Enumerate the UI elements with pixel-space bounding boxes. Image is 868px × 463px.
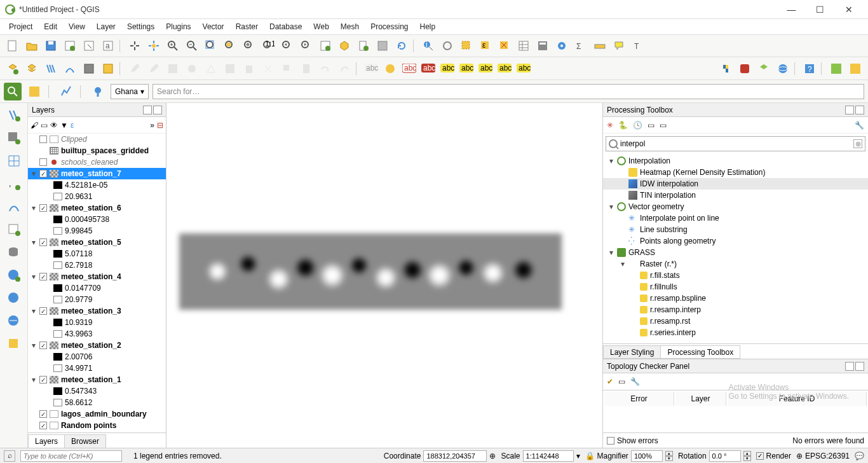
layer-row[interactable]: ▾✓meteo_station_5 [28, 237, 166, 248]
clear-search-icon[interactable]: ⊗ [853, 139, 862, 148]
coord-input[interactable] [423, 450, 487, 462]
layer-row[interactable]: ▾✓meteo_station_2 [28, 340, 166, 351]
add-mesh-icon[interactable] [4, 151, 24, 170]
layer-remove-icon[interactable]: ⊟ [157, 121, 163, 130]
add-feature-icon[interactable] [183, 60, 201, 78]
menu-settings[interactable]: Settings [122, 21, 159, 32]
search-input[interactable]: Search for… [153, 84, 864, 99]
label-yellow4-icon[interactable]: abc [496, 60, 513, 78]
show-errors-checkbox[interactable]: Show errors [607, 436, 658, 445]
vertex-tool-icon[interactable] [202, 60, 220, 78]
panel-close-icon[interactable] [855, 106, 864, 114]
redo-icon[interactable] [336, 60, 353, 78]
col-error[interactable]: Error [604, 392, 674, 406]
validate-extent-icon[interactable]: ▭ [618, 377, 625, 386]
new-3d-view-icon[interactable] [336, 37, 353, 55]
layer-row[interactable]: ▾✓meteo_station_7 [28, 168, 166, 179]
zoom-next-icon[interactable] [297, 37, 315, 55]
results-icon[interactable]: ▭ [648, 121, 654, 130]
add-wfs-icon[interactable] [4, 312, 24, 331]
processing-item[interactable]: r.resamp.bspline [603, 293, 868, 304]
edit-pencil-icon[interactable] [126, 60, 144, 78]
save-project-icon[interactable] [42, 37, 60, 55]
add-spatialite-icon[interactable] [4, 197, 24, 216]
label-yellow2-icon[interactable]: abc [458, 60, 475, 78]
layout-manager-icon[interactable] [80, 37, 98, 55]
attribute-table-icon[interactable] [515, 37, 532, 55]
layer-expression-icon[interactable]: ε [71, 121, 74, 130]
action-icon[interactable] [438, 37, 456, 55]
open-project-icon[interactable] [23, 37, 41, 55]
identify-icon[interactable]: i [419, 37, 437, 55]
messages-icon[interactable]: 💬 [855, 452, 864, 460]
menu-vector[interactable]: Vector [198, 21, 229, 32]
zoom-last-icon[interactable] [278, 37, 296, 55]
osm-download-icon[interactable] [25, 83, 43, 100]
layer-row[interactable]: ▾✓meteo_station_3 [28, 305, 166, 317]
statistics-icon[interactable]: Σ [572, 37, 590, 55]
measure-icon[interactable] [591, 37, 609, 55]
diagram-icon[interactable] [381, 60, 399, 78]
processing-item[interactable]: ▾Vector geometry [603, 201, 868, 212]
save-edits-icon[interactable] [164, 60, 182, 78]
menu-project[interactable]: Project [4, 21, 37, 32]
add-wms-icon[interactable] [4, 266, 24, 285]
mag-down-icon[interactable]: ▾ [665, 456, 673, 461]
edit-toggle-icon[interactable] [145, 60, 163, 78]
pan-icon[interactable] [126, 37, 144, 55]
processing-item[interactable]: ▾Interpolation [603, 155, 868, 167]
osm-icon[interactable] [846, 60, 864, 78]
delete-selected-icon[interactable] [240, 60, 258, 78]
field-calculator-icon[interactable] [534, 37, 552, 55]
new-vector-icon[interactable] [4, 60, 22, 78]
script-icon[interactable]: 🐍 [618, 121, 628, 130]
menu-plugins[interactable]: Plugins [161, 21, 196, 32]
menu-view[interactable]: View [64, 21, 90, 32]
processing-item[interactable]: r.fillnulls [603, 281, 868, 293]
label-del-icon[interactable]: abc [419, 60, 437, 78]
map-canvas[interactable] [166, 103, 602, 448]
layer-row[interactable]: ✓Random points [28, 420, 166, 431]
locate-icon[interactable]: ⌕ [4, 450, 15, 462]
locate-input[interactable] [20, 450, 122, 462]
menu-raster[interactable]: Raster [231, 21, 263, 32]
coord-toggle-icon[interactable]: ⊕ [489, 452, 496, 460]
map-tips-icon[interactable] [610, 37, 628, 55]
menu-database[interactable]: Database [264, 21, 307, 32]
new-mesh-icon[interactable] [80, 60, 98, 78]
options-icon[interactable]: 🔧 [855, 121, 864, 130]
layer-collapse-icon[interactable]: » [150, 121, 154, 130]
panel-close-icon[interactable] [855, 362, 864, 371]
profile-tool-icon[interactable] [57, 83, 75, 100]
panel-float-icon[interactable] [845, 362, 854, 371]
metasearch-icon[interactable] [755, 60, 773, 78]
panel-float-icon[interactable] [143, 106, 152, 114]
panel-close-icon[interactable] [153, 106, 162, 114]
layer-add-group-icon[interactable]: ▭ [41, 121, 48, 130]
layer-row[interactable]: schools_cleaned [28, 156, 166, 168]
maximize-button[interactable]: ☐ [806, 1, 834, 18]
style-manager-icon[interactable]: a [99, 37, 117, 55]
lock-icon[interactable]: 🔒 [585, 452, 595, 460]
nominatim-icon[interactable] [89, 83, 107, 100]
menu-layer[interactable]: Layer [92, 21, 121, 32]
processing-item[interactable]: r.fill.stats [603, 270, 868, 281]
layer-row[interactable]: Clipped [28, 134, 166, 145]
help-icon[interactable]: ? [801, 60, 818, 78]
globe-icon[interactable] [774, 60, 792, 78]
col-layer[interactable]: Layer [675, 392, 726, 406]
scale-input[interactable] [523, 450, 574, 462]
menu-mesh[interactable]: Mesh [336, 21, 364, 32]
processing-search[interactable]: interpol ⊗ [606, 136, 865, 151]
zoom-out-icon[interactable] [183, 37, 201, 55]
layer-row[interactable]: ▾✓meteo_station_6 [28, 202, 166, 214]
label-yellow3-icon[interactable]: abc [477, 60, 494, 78]
tab-layers[interactable]: Layers [28, 434, 65, 448]
render-checkbox[interactable]: ✓ [756, 452, 764, 460]
panel-float-icon[interactable] [845, 106, 854, 114]
zoom-native-icon[interactable]: 1:1 [259, 37, 277, 55]
layer-style-icon[interactable]: 🖌 [31, 121, 38, 130]
layer-row[interactable]: ✓lagos_admin_boundary [28, 408, 166, 420]
temporal-icon[interactable] [374, 37, 391, 55]
zoom-layer-icon[interactable] [240, 37, 258, 55]
